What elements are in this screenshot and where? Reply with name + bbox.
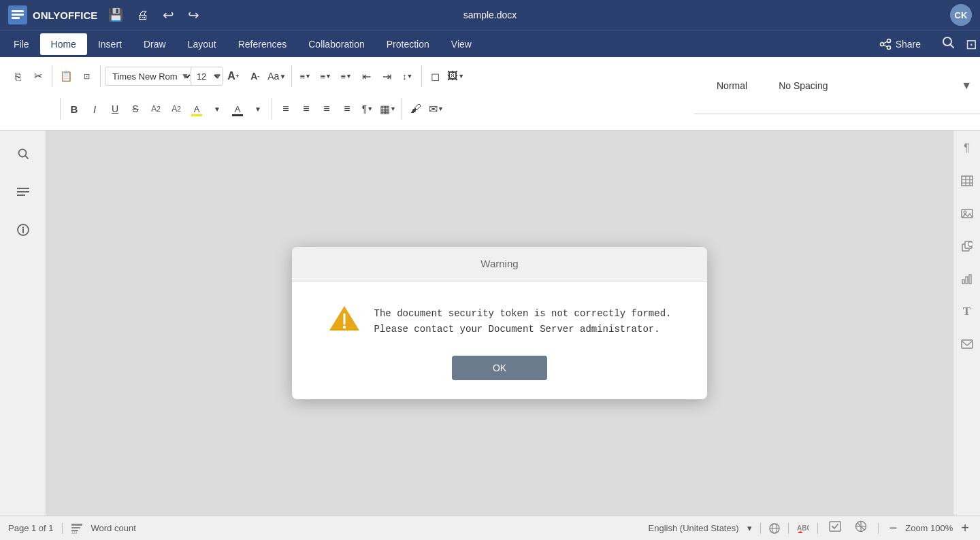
- right-mail-icon[interactable]: [956, 333, 978, 355]
- size-dropdown-icon[interactable]: ▼: [214, 71, 222, 81]
- title-bar-icons: 💾 🖨 ↩ ↪: [108, 7, 199, 23]
- svg-rect-44: [830, 522, 840, 531]
- align-left-btn[interactable]: ≡: [276, 99, 295, 118]
- spell-check-icon[interactable]: ABC: [797, 523, 809, 534]
- font-case-btn[interactable]: Aa▼: [267, 67, 287, 86]
- sidebar-info-icon[interactable]: [11, 218, 35, 242]
- font-dropdown-icon[interactable]: ▼: [181, 71, 189, 81]
- paste-special-btn[interactable]: ⊡: [77, 67, 96, 86]
- menu-item-protection[interactable]: Protection: [376, 33, 440, 55]
- redo-icon[interactable]: ↪: [188, 7, 199, 23]
- dialog-ok-button[interactable]: OK: [452, 356, 547, 380]
- strikethrough-btn[interactable]: S: [126, 99, 145, 118]
- font-family-select[interactable]: Times New Roman Arial Calibri: [105, 67, 193, 86]
- subscript-btn[interactable]: A2: [167, 99, 186, 118]
- font-size-up-btn[interactable]: A+: [223, 67, 244, 86]
- highlight-btn[interactable]: A: [187, 99, 206, 118]
- language-label[interactable]: English (United States): [649, 523, 739, 533]
- svg-line-12: [25, 156, 28, 158]
- search-icon[interactable]: [936, 33, 960, 55]
- clear-format-btn[interactable]: ◻: [426, 67, 445, 86]
- paste-btn[interactable]: 📋: [56, 67, 76, 86]
- export-icon[interactable]: ⊡: [966, 36, 977, 52]
- right-paragraph-icon[interactable]: ¶: [956, 137, 978, 159]
- underline-btn[interactable]: U: [105, 99, 125, 118]
- image-btn[interactable]: 🖼▼: [446, 67, 466, 86]
- right-table-icon[interactable]: [956, 170, 978, 192]
- decrease-indent-btn[interactable]: ⇤: [357, 67, 376, 86]
- shading-btn[interactable]: ▦▼: [378, 99, 397, 118]
- paragraph-btn[interactable]: ¶▼: [358, 99, 377, 118]
- justify-btn[interactable]: ≡: [338, 99, 357, 118]
- menu-item-insert[interactable]: Insert: [87, 33, 133, 55]
- menu-item-collaboration[interactable]: Collaboration: [297, 33, 376, 55]
- print-icon[interactable]: 🖨: [137, 8, 149, 22]
- avatar[interactable]: CK: [950, 4, 972, 26]
- style-nospace[interactable]: No Spacing: [764, 74, 842, 97]
- zoom-out-btn[interactable]: −: [887, 520, 900, 536]
- menu-right: Share ⊡: [870, 33, 977, 55]
- copy-btn[interactable]: ⎘: [8, 67, 27, 86]
- sidebar-navigation-icon[interactable]: [11, 180, 35, 204]
- highlight-dropdown-btn[interactable]: ▼: [208, 99, 227, 118]
- italic-btn[interactable]: I: [85, 99, 104, 118]
- cut-btn[interactable]: ✂: [29, 67, 48, 86]
- menu-item-draw[interactable]: Draw: [133, 33, 177, 55]
- menu-item-view[interactable]: View: [440, 33, 483, 55]
- mail-merge-btn[interactable]: ✉▼: [427, 99, 446, 118]
- right-chart-icon[interactable]: [956, 268, 978, 290]
- search-svg: [941, 35, 955, 49]
- style-normal[interactable]: Normal: [702, 74, 762, 97]
- main-content: Warning The document security token is n…: [46, 131, 953, 516]
- svg-point-5: [887, 46, 890, 49]
- word-count-label[interactable]: Word count: [91, 523, 136, 533]
- font-color-dropdown-btn[interactable]: ▼: [248, 99, 267, 118]
- save-icon[interactable]: 💾: [108, 7, 123, 22]
- svg-point-6: [880, 42, 883, 46]
- menu-item-references[interactable]: References: [227, 33, 298, 55]
- globe-icon[interactable]: [769, 523, 780, 534]
- share-button[interactable]: Share: [870, 35, 930, 54]
- right-image-icon[interactable]: [956, 203, 978, 224]
- bullet-list-btn[interactable]: ≡▼: [296, 67, 315, 86]
- copy-style-btn[interactable]: 🖌: [406, 99, 425, 118]
- svg-rect-2: [12, 14, 24, 16]
- right-shape-icon[interactable]: [956, 235, 978, 257]
- zoom-label: Zoom 100%: [905, 523, 953, 533]
- view-mode-btn[interactable]: [852, 520, 870, 536]
- status-sep-3: [788, 523, 789, 534]
- dialog-message-line2: Please contact your Document Server admi…: [374, 324, 660, 335]
- status-bar: Page 1 of 1 123 Word count English (Unit…: [0, 516, 980, 540]
- language-dropdown-icon[interactable]: ▾: [747, 523, 752, 533]
- dialog-body: The document security token is not corre…: [292, 282, 707, 399]
- status-sep-4: [817, 523, 818, 534]
- right-text-art-icon[interactable]: T: [956, 301, 978, 322]
- word-count-icon: 123: [71, 523, 83, 534]
- svg-line-8: [883, 45, 887, 47]
- superscript-btn[interactable]: A2: [146, 99, 165, 118]
- bold-btn[interactable]: B: [65, 99, 84, 118]
- multilist-btn[interactable]: ≡▼: [337, 67, 356, 86]
- document-title: sample.docx: [463, 10, 517, 20]
- share-icon: [879, 38, 892, 50]
- edit-mode-btn[interactable]: [826, 521, 844, 535]
- align-center-btn[interactable]: ≡: [297, 99, 316, 118]
- font-size-down-btn[interactable]: A-: [245, 67, 265, 86]
- zoom-in-btn[interactable]: +: [958, 520, 972, 536]
- menu-item-layout[interactable]: Layout: [177, 33, 227, 55]
- numbered-list-btn[interactable]: ≡▼: [316, 67, 336, 86]
- font-color-btn[interactable]: A: [228, 99, 247, 118]
- dialog-content-row: The document security token is not corre…: [328, 303, 672, 339]
- menu-item-file[interactable]: File: [3, 33, 40, 55]
- styles-expand-icon[interactable]: ▼: [961, 80, 972, 92]
- svg-line-10: [951, 45, 954, 48]
- status-sep-1: [62, 523, 63, 534]
- increase-indent-btn[interactable]: ⇥: [378, 67, 397, 86]
- zoom-controls: − Zoom 100% +: [887, 520, 972, 536]
- menu-item-home[interactable]: Home: [40, 33, 87, 55]
- line-spacing-btn[interactable]: ↕▼: [398, 67, 417, 86]
- undo-icon[interactable]: ↩: [163, 7, 174, 23]
- align-right-btn[interactable]: ≡: [317, 99, 336, 118]
- title-bar: ONLYOFFICE 💾 🖨 ↩ ↪ sample.docx CK: [0, 0, 980, 30]
- sidebar-search-icon[interactable]: [11, 141, 35, 166]
